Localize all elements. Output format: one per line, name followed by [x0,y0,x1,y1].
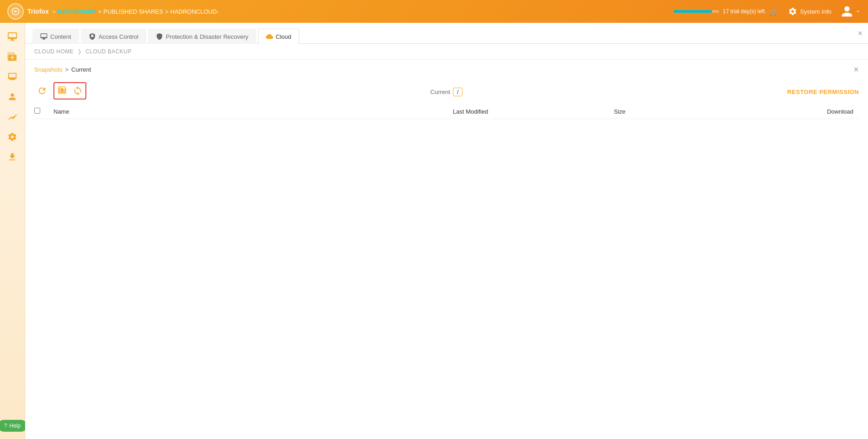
sub-crumb-cloud-home[interactable]: CLOUD HOME [34,48,74,55]
tab-access-control[interactable]: Access Control [81,29,146,44]
tab-protection[interactable]: Protection & Disaster Recovery [148,29,256,44]
table-header-last-modified: Last Modified [212,104,494,119]
download-folder-button[interactable] [54,83,70,99]
path-current-label: Current [430,89,450,95]
snapshots-area: Snapshots > Current × [25,60,868,439]
sidebar-bottom: ? Help [0,420,27,432]
snapshots-link[interactable]: Snapshots [34,66,62,73]
breadcrumb-sep1: > [53,8,56,15]
download-folder-icon [57,86,67,96]
refresh-button[interactable] [34,83,50,99]
trial-info: 17 trial day(s) left. 🛒 [673,7,779,16]
sub-breadcrumb-arrow: ❯ [77,48,82,55]
snapshots-breadcrumb: Snapshots > Current [34,66,91,73]
table-header-size: Size [494,104,631,119]
tab-bar-close-btn[interactable]: × [857,29,863,37]
user-avatar-icon [841,5,853,18]
snapshots-header: Snapshots > Current × [34,64,859,75]
download-icon [7,152,17,162]
trial-progress-fill [673,10,712,13]
chart-icon [7,112,17,122]
breadcrumb-sep3: > [165,8,169,15]
sidebar-item-monitor[interactable] [3,68,21,86]
refresh-icon [37,86,47,96]
sidebar-item-download[interactable] [3,148,21,166]
navbar-right: 17 trial day(s) left. 🛒 System Info [673,5,861,18]
tab-cloud[interactable]: Cloud [258,29,299,44]
breadcrumb: > DASHBOARD > PUBLISHED SHARES > HADRONC… [53,8,219,15]
sub-crumb-cloud-backup: CLOUD BACKUP [85,48,132,55]
path-badge: / [453,88,463,96]
tab-content[interactable]: Content [32,29,79,44]
breadcrumb-share-name[interactable]: HADRONCLOUD- [170,8,219,15]
tabs-bar: Content Access Control Protection & Disa… [25,23,868,44]
main-content: Content Access Control Protection & Disa… [25,23,868,439]
trial-progress-bar [673,10,719,13]
system-info-btn[interactable]: System Info [788,7,831,16]
snapshots-current-label: Current [71,66,91,73]
logo-area[interactable]: Triofox [7,3,49,20]
table-header-checkbox [34,104,48,119]
breadcrumb-dashboard[interactable]: DASHBOARD [58,8,96,15]
desktop-icon [7,31,17,42]
tab-protection-label: Protection & Disaster Recovery [166,33,249,40]
system-gear-icon [788,7,797,16]
sidebar-item-settings[interactable] [3,128,21,146]
help-label: Help [10,423,21,429]
file-toolbar-wrapper: Current / RESTORE PERMISSION [34,79,859,104]
snapshots-close-btn[interactable]: × [853,64,859,75]
breadcrumb-sep2: > [98,8,102,15]
user-icon [7,92,17,102]
trial-text: 17 trial day(s) left. [723,8,766,15]
tab-content-label: Content [50,33,71,40]
sidebar-item-dashboard[interactable] [3,27,21,46]
cloud-tab-icon [266,33,273,40]
access-tab-icon [89,33,96,40]
sub-breadcrumb: CLOUD HOME ❯ CLOUD BACKUP [25,44,868,60]
select-all-checkbox[interactable] [34,108,40,114]
logo-text: Triofox [27,8,49,15]
logo-icon [7,3,24,20]
monitor-tab-icon [40,33,48,40]
system-info-label: System Info [800,8,831,15]
file-toolbar [34,79,86,102]
files-icon [7,52,17,62]
sidebar-item-analytics[interactable] [3,108,21,126]
restore-button[interactable] [70,83,85,99]
path-display: Current / [430,88,463,96]
protection-tab-icon [156,33,163,40]
help-icon: ? [4,423,7,429]
user-dropdown-icon [855,9,861,14]
restore-permission-button[interactable]: RESTORE PERMISSION [787,89,859,95]
tab-cloud-label: Cloud [276,33,291,40]
sidebar-item-files[interactable] [3,47,21,66]
table-header-download: Download [631,104,859,119]
cart-icon[interactable]: 🛒 [770,7,779,16]
download-restore-group [53,82,86,99]
table-header-name: Name [48,104,212,119]
help-button[interactable]: ? Help [0,420,27,432]
snapshots-breadcrumb-arrow: > [65,66,69,73]
restore-icon [73,86,83,96]
user-avatar-btn[interactable] [841,5,861,18]
sidebar-item-users[interactable] [3,88,21,106]
gear-icon [7,132,17,142]
monitor-list-icon [7,72,17,82]
breadcrumb-published-shares[interactable]: PUBLISHED SHARES [103,8,163,15]
tab-access-control-label: Access Control [99,33,138,40]
file-table: Name Last Modified Size Download [34,104,859,119]
navbar: Triofox > DASHBOARD > PUBLISHED SHARES >… [0,0,868,23]
sidebar: ? Help [0,23,25,439]
